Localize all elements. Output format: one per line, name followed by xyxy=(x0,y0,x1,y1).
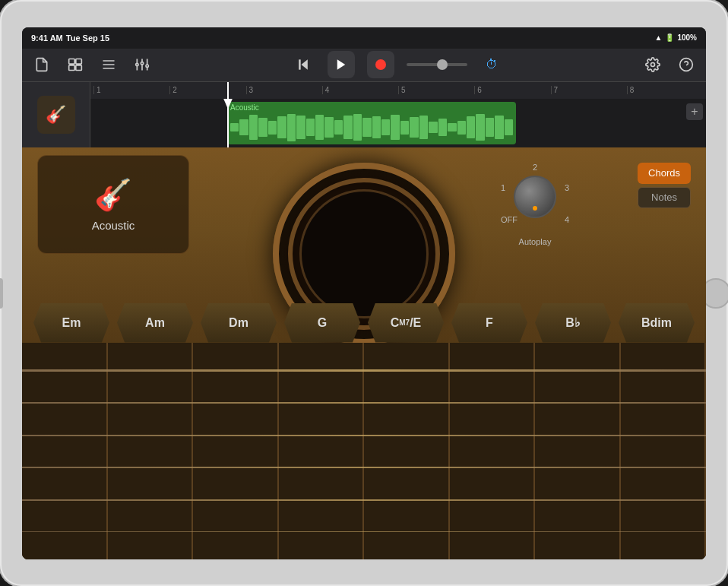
string-5 xyxy=(22,499,706,501)
chord-notes-toggle: Chords Notes xyxy=(638,163,691,208)
mixer-button[interactable] xyxy=(130,52,154,77)
fretboard xyxy=(22,343,706,559)
guitar-area: 🎸 Acoustic OFF 1 2 3 4 Aut xyxy=(22,147,706,559)
instrument-name: Acoustic xyxy=(92,219,135,232)
knob-indicator xyxy=(533,206,537,211)
chord-am[interactable]: Am xyxy=(117,303,193,343)
ruler-mark-2: 2 xyxy=(169,86,245,94)
battery-icon: 🔋 xyxy=(665,33,674,42)
autoplay-knob-container: OFF 1 2 3 4 xyxy=(501,163,569,231)
svg-marker-16 xyxy=(302,59,308,69)
side-button[interactable] xyxy=(0,278,3,309)
chord-bb[interactable]: B♭ xyxy=(535,303,611,343)
guitar-strings xyxy=(22,343,706,559)
string-3 xyxy=(22,435,706,436)
ruler-mark-3: 3 xyxy=(246,86,322,94)
track-thumbnail: 🎸 xyxy=(37,96,75,134)
autoplay-3-label: 3 xyxy=(565,183,569,192)
svg-marker-18 xyxy=(337,59,346,70)
chord-g[interactable]: G xyxy=(284,303,360,343)
volume-slider[interactable] xyxy=(407,63,467,66)
svg-point-19 xyxy=(651,63,655,67)
chord-bdim[interactable]: Bdim xyxy=(619,303,695,343)
instrument-panel[interactable]: 🎸 Acoustic xyxy=(37,155,189,254)
autoplay-1-label: 1 xyxy=(501,183,505,192)
track-header: 🎸 xyxy=(22,82,90,147)
svg-rect-2 xyxy=(69,65,75,71)
ruler-mark-6: 6 xyxy=(474,86,550,94)
waveform xyxy=(227,114,516,141)
tracks-button[interactable] xyxy=(97,52,121,77)
region-label: Acoustic xyxy=(227,102,516,113)
chord-buttons-row: Em Am Dm G CM7/E F B♭ Bdim xyxy=(22,303,706,343)
instrument-icon: 🎸 xyxy=(94,177,132,213)
ipad-frame: 9:41 AM Tue Sep 15 ▲ 🔋 100% xyxy=(0,0,728,586)
wifi-icon: ▲ xyxy=(655,33,663,42)
battery-pct: 100% xyxy=(677,33,697,42)
notes-button[interactable]: Notes xyxy=(638,187,691,208)
rewind-button[interactable] xyxy=(291,52,315,77)
status-date: Tue Sep 15 xyxy=(66,33,109,43)
help-button[interactable] xyxy=(674,52,698,77)
svg-point-15 xyxy=(146,65,148,67)
ruler-mark-4: 4 xyxy=(322,86,398,94)
volume-thumb xyxy=(437,59,448,70)
toolbar: ⏱ xyxy=(22,49,706,82)
ruler-mark-5: 5 xyxy=(398,86,474,94)
view-button[interactable] xyxy=(63,52,87,77)
settings-button[interactable] xyxy=(641,52,665,77)
ruler-mark-8: 8 xyxy=(627,86,703,94)
chord-f[interactable]: F xyxy=(451,303,527,343)
status-bar: 9:41 AM Tue Sep 15 ▲ 🔋 100% xyxy=(22,27,706,49)
chord-dm[interactable]: Dm xyxy=(201,303,277,343)
autoplay-knob[interactable] xyxy=(514,176,556,218)
timeline-ruler: 1 2 3 4 5 6 7 8 xyxy=(90,82,706,99)
record-indicator xyxy=(375,59,386,70)
new-document-button[interactable] xyxy=(30,52,54,77)
svg-rect-0 xyxy=(69,59,75,65)
autoplay-4-label: 4 xyxy=(565,215,569,224)
autoplay-panel: OFF 1 2 3 4 Autoplay xyxy=(501,163,569,246)
chords-button[interactable]: Chords xyxy=(638,163,691,184)
ruler-mark-1: 1 xyxy=(93,86,169,94)
ruler-mark-7: 7 xyxy=(551,86,627,94)
play-button[interactable] xyxy=(328,51,355,78)
autoplay-2-label: 2 xyxy=(533,163,537,172)
status-time: 9:41 AM xyxy=(31,33,63,43)
string-1 xyxy=(22,369,706,372)
string-4 xyxy=(22,467,706,468)
svg-point-13 xyxy=(136,63,138,65)
playhead[interactable] xyxy=(227,82,229,147)
autoplay-off-label: OFF xyxy=(501,215,518,224)
audio-region[interactable]: Acoustic xyxy=(227,102,516,144)
svg-rect-3 xyxy=(76,65,82,71)
chord-em[interactable]: Em xyxy=(33,303,109,343)
autoplay-label: Autoplay xyxy=(519,237,552,246)
string-2 xyxy=(22,402,706,404)
track-content: Acoustic xyxy=(90,99,706,147)
chord-cm7e[interactable]: CM7/E xyxy=(368,303,444,343)
string-6 xyxy=(22,531,706,532)
timeline-area: 🎸 1 2 3 4 5 6 7 8 xyxy=(22,82,706,147)
svg-rect-17 xyxy=(299,59,301,69)
svg-point-14 xyxy=(141,62,143,65)
tempo-button[interactable]: ⏱ xyxy=(480,52,504,77)
screen: 9:41 AM Tue Sep 15 ▲ 🔋 100% xyxy=(22,27,706,559)
record-button[interactable] xyxy=(367,51,394,78)
svg-rect-1 xyxy=(76,59,82,65)
add-track-button[interactable]: + xyxy=(686,103,703,120)
